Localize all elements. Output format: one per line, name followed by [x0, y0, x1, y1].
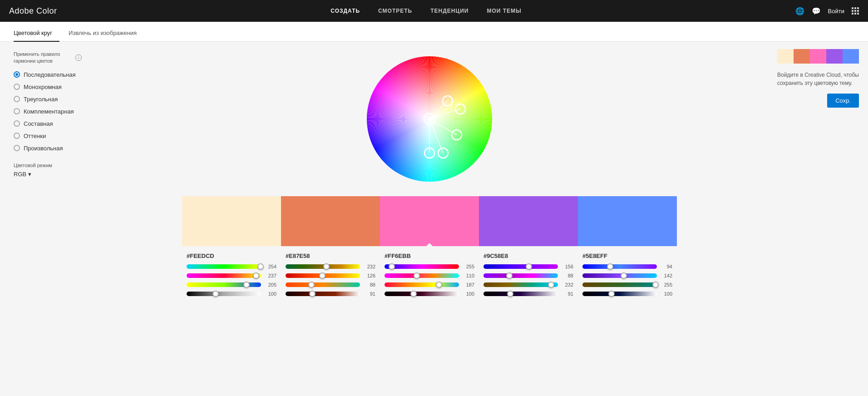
swatch-4[interactable] — [578, 196, 677, 246]
slider-track-1-3[interactable] — [286, 292, 360, 296]
slider-thumb-3-2[interactable] — [548, 282, 554, 288]
mini-swatch-0[interactable] — [777, 49, 794, 64]
globe-icon[interactable]: 🌐 — [795, 7, 804, 15]
color-mode-select[interactable]: RGB ▾ — [14, 171, 82, 178]
swatch-3[interactable] — [479, 196, 578, 246]
slider-thumb-4-2[interactable] — [652, 282, 659, 288]
save-hint: Войдите в Creative Cloud, чтобы сохранит… — [777, 71, 859, 87]
radio-monochrome[interactable] — [14, 84, 20, 90]
slider-track-2-2[interactable] — [385, 282, 459, 287]
slider-track-2-1[interactable] — [385, 273, 459, 278]
slider-row-2-1: 110 — [385, 273, 474, 278]
slider-row-0-2: 205 — [187, 282, 276, 287]
mini-swatch-2[interactable] — [810, 49, 826, 64]
color-wheel-container[interactable] — [366, 55, 493, 183]
slider-thumb-1-1[interactable] — [319, 272, 326, 279]
harmony-label: Применить правило гармонии цветов i — [14, 51, 82, 65]
slider-track-4-3[interactable] — [582, 292, 657, 296]
radio-triangle[interactable] — [14, 96, 20, 102]
slider-thumb-3-3[interactable] — [507, 291, 513, 297]
radio-custom[interactable] — [14, 145, 20, 151]
slider-thumb-1-3[interactable] — [309, 291, 316, 297]
radio-sequential[interactable] — [14, 71, 20, 78]
rule-custom[interactable]: Произвольная — [14, 145, 82, 152]
swatch-2[interactable] — [380, 196, 479, 246]
slider-thumb-1-2[interactable] — [308, 282, 315, 288]
slider-track-0-3[interactable] — [187, 292, 261, 296]
slider-thumb-0-0[interactable] — [257, 263, 264, 270]
slider-value-1-1: 126 — [364, 273, 375, 278]
header: Adobe Color СОЗДАТЬ СМОТРЕТЬ ТЕНДЕНЦИИ М… — [0, 0, 868, 22]
tab-extract[interactable]: Извлечь из изображения — [69, 25, 144, 42]
rule-triangle[interactable]: Треугольная — [14, 96, 82, 103]
slider-track-1-0[interactable] — [286, 264, 360, 269]
nav-create[interactable]: СОЗДАТЬ — [330, 6, 360, 16]
rule-complementary[interactable]: Комплементарная — [14, 108, 82, 115]
radio-complementary[interactable] — [14, 108, 20, 114]
color-column-3: #9C58E81568823291 — [479, 252, 578, 300]
mini-swatch-4[interactable] — [843, 49, 859, 64]
color-hex-4: #5E8EFF — [582, 252, 672, 259]
slider-thumb-4-1[interactable] — [621, 272, 627, 279]
slider-value-1-2: 88 — [364, 282, 375, 287]
nav-explore[interactable]: СМОТРЕТЬ — [378, 6, 412, 16]
slider-track-1-1[interactable] — [286, 273, 360, 278]
slider-track-4-1[interactable] — [582, 273, 657, 278]
slider-track-2-0[interactable] — [385, 264, 459, 269]
slider-track-4-0[interactable] — [582, 264, 657, 269]
swatches-row — [182, 196, 677, 246]
rule-compound[interactable]: Составная — [14, 120, 82, 127]
rule-shades[interactable]: Оттенки — [14, 133, 82, 139]
slider-track-3-0[interactable] — [483, 264, 558, 269]
login-button[interactable]: Войти — [828, 8, 844, 15]
info-icon[interactable]: i — [75, 54, 82, 61]
apps-grid-icon[interactable] — [852, 7, 859, 15]
main-nav: СОЗДАТЬ СМОТРЕТЬ ТЕНДЕНЦИИ МОИ ТЕМЫ — [57, 6, 795, 16]
save-button[interactable]: Сохр. — [827, 94, 859, 108]
slider-track-3-1[interactable] — [483, 273, 558, 278]
slider-value-2-2: 187 — [463, 282, 474, 287]
mini-swatch-3[interactable] — [826, 49, 843, 64]
slider-track-3-2[interactable] — [483, 282, 558, 287]
slider-thumb-0-1[interactable] — [253, 272, 259, 279]
nav-trends[interactable]: ТЕНДЕНЦИИ — [430, 6, 469, 16]
color-hex-3: #9C58E8 — [483, 252, 573, 259]
swatch-1[interactable] — [281, 196, 380, 246]
slider-track-2-3[interactable] — [385, 292, 459, 296]
slider-thumb-0-3[interactable] — [212, 291, 219, 297]
nav-my-themes[interactable]: МОИ ТЕМЫ — [487, 6, 521, 16]
slider-thumb-2-3[interactable] — [410, 291, 417, 297]
slider-thumb-3-0[interactable] — [526, 263, 532, 270]
slider-thumb-4-0[interactable] — [607, 263, 613, 270]
color-mode-label: Цветовой режим — [14, 163, 82, 168]
slider-track-4-2[interactable] — [582, 282, 657, 287]
chat-icon[interactable]: 💬 — [812, 7, 821, 15]
swatch-0[interactable] — [182, 196, 281, 246]
slider-thumb-2-1[interactable] — [414, 272, 420, 279]
rule-sequential[interactable]: Последовательная — [14, 71, 82, 78]
mini-swatch-1[interactable] — [794, 49, 810, 64]
slider-thumb-2-0[interactable] — [389, 263, 395, 270]
slider-thumb-0-2[interactable] — [243, 282, 250, 288]
slider-value-0-0: 254 — [265, 264, 276, 269]
slider-track-0-2[interactable] — [187, 282, 261, 287]
slider-thumb-3-1[interactable] — [506, 272, 513, 279]
slider-thumb-2-2[interactable] — [436, 282, 442, 288]
color-hex-2: #FF6EBB — [385, 252, 474, 259]
radio-shades[interactable] — [14, 133, 20, 139]
slider-track-0-1[interactable] — [187, 273, 261, 278]
slider-thumb-4-3[interactable] — [608, 291, 615, 297]
tab-color-wheel[interactable]: Цветовой круг — [14, 25, 59, 42]
slider-track-3-3[interactable] — [483, 292, 558, 296]
slider-value-4-1: 142 — [661, 273, 672, 278]
slider-value-1-0: 232 — [364, 264, 375, 269]
harmony-rules: Последовательная Монохромная Треугольная… — [14, 71, 82, 152]
tabs-bar: Цветовой круг Извлечь из изображения — [0, 22, 868, 42]
slider-track-0-0[interactable] — [187, 264, 261, 269]
slider-value-4-0: 94 — [661, 264, 672, 269]
slider-value-2-3: 100 — [463, 291, 474, 297]
slider-track-1-2[interactable] — [286, 282, 360, 287]
radio-compound[interactable] — [14, 120, 20, 127]
slider-thumb-1-0[interactable] — [323, 263, 330, 270]
rule-monochrome[interactable]: Монохромная — [14, 84, 82, 90]
